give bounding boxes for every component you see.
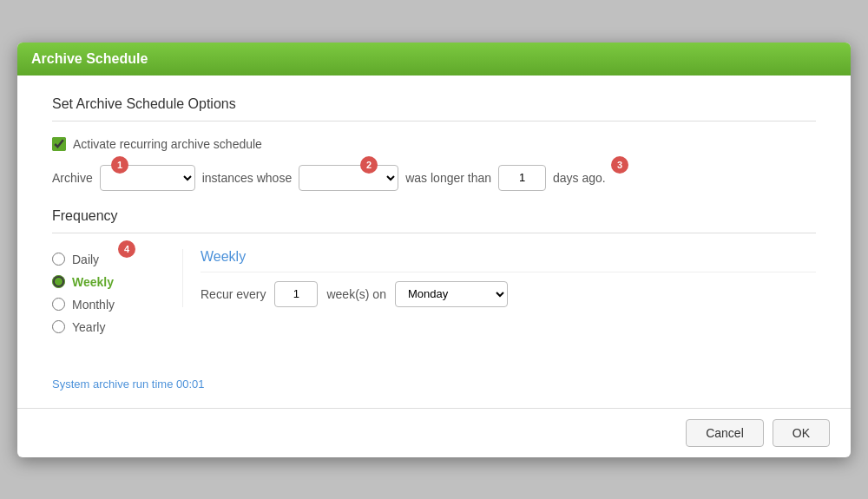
radio-weekly: Weekly <box>52 275 156 289</box>
radio-group: Daily Weekly Monthly Yearly <box>52 249 156 334</box>
badge-1: 1 <box>111 156 128 174</box>
radio-yearly-input[interactable] <box>52 320 65 333</box>
dialog-title: Archive Schedule <box>31 51 148 66</box>
archive-label: Archive <box>52 171 93 185</box>
divider-2 <box>52 233 816 233</box>
frequency-section: Frequency 4 Daily Weekly <box>52 208 816 334</box>
days-input[interactable] <box>498 165 546 191</box>
longer-than-label: was longer than <box>405 171 491 185</box>
frequency-title: Frequency <box>52 208 816 224</box>
weeks-label: week(s) on <box>326 287 385 301</box>
archive-select-2[interactable]: Last Access Creation Date <box>299 165 398 191</box>
cancel-button[interactable]: Cancel <box>686 419 764 447</box>
recur-row: Recur every week(s) on Monday Tuesday We… <box>201 281 816 307</box>
activate-checkbox[interactable] <box>52 137 66 151</box>
instances-label: instances whose <box>202 171 293 185</box>
radio-daily-label: Daily <box>72 253 99 266</box>
divider-1 <box>52 121 816 121</box>
ok-button[interactable]: OK <box>773 419 830 447</box>
radio-daily: Daily <box>52 253 156 266</box>
radio-weekly-input[interactable] <box>52 275 65 288</box>
badge-3: 3 <box>611 156 628 174</box>
radio-daily-input[interactable] <box>52 253 65 266</box>
radio-group-wrapper: 4 Daily Weekly Monthly <box>52 249 156 334</box>
radio-monthly: Monthly <box>52 298 156 312</box>
radio-yearly: Yearly <box>52 320 156 334</box>
weekly-panel: Weekly Recur every week(s) on Monday Tue… <box>182 249 816 307</box>
system-archive-info: System archive run time 00:01 <box>52 378 816 391</box>
weekly-panel-title: Weekly <box>201 249 816 272</box>
archive-schedule-dialog: Archive Schedule Set Archive Schedule Op… <box>17 43 851 457</box>
recur-input[interactable] <box>274 281 318 307</box>
section-title: Set Archive Schedule Options <box>52 96 816 112</box>
dialog-header: Archive Schedule <box>17 43 851 76</box>
days-ago-label: days ago. <box>553 171 606 185</box>
dialog-body: Set Archive Schedule Options Activate re… <box>17 76 851 408</box>
recur-label: Recur every <box>201 287 266 301</box>
day-select[interactable]: Monday Tuesday Wednesday Thursday Friday… <box>395 281 508 307</box>
activate-label: Activate recurring archive schedule <box>73 137 262 151</box>
activate-checkbox-row: Activate recurring archive schedule <box>52 137 816 151</box>
radio-weekly-label: Weekly <box>72 275 114 289</box>
badge-4: 4 <box>118 240 135 258</box>
radio-monthly-label: Monthly <box>72 298 115 312</box>
dialog-footer: Cancel OK <box>17 408 851 457</box>
radio-yearly-label: Yearly <box>72 320 105 334</box>
archive-row: 1 Archive All Selected 2 instances whose… <box>52 165 816 191</box>
radio-monthly-input[interactable] <box>52 298 65 311</box>
badge-2: 2 <box>360 156 378 174</box>
frequency-layout: 4 Daily Weekly Monthly <box>52 249 816 334</box>
